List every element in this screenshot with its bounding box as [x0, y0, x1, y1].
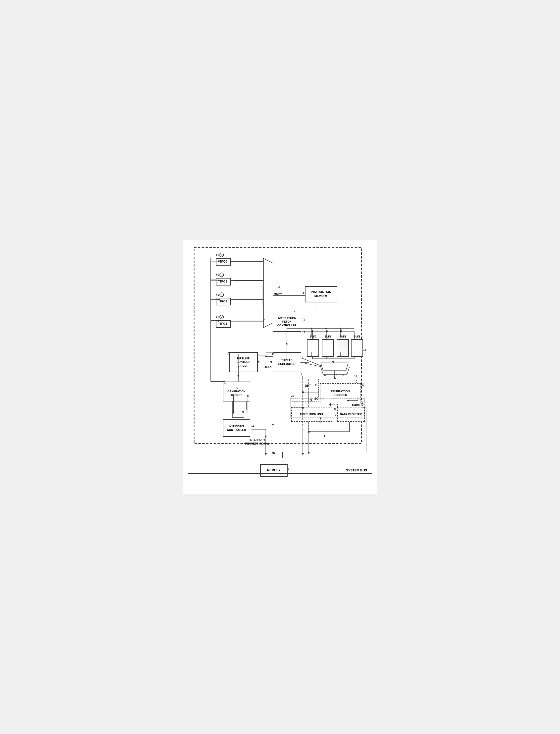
ref1: 1 [324, 434, 325, 438]
svg-marker-36 [334, 378, 336, 380]
ref19: 19 [301, 356, 303, 358]
svg-marker-163 [302, 453, 304, 456]
buf2-container: BUF2 [337, 339, 349, 357]
memory-label: MEMORY [267, 469, 281, 473]
system-bus-line [188, 473, 372, 474]
svg-marker-53 [329, 404, 331, 406]
svg-marker-47 [308, 402, 310, 404]
tpc1-box: TPC1 [216, 278, 231, 285]
svg-marker-32 [333, 366, 335, 369]
svg-marker-43 [269, 361, 272, 363]
tpc2-counter: +1 ↺ [216, 292, 224, 297]
a-label: a [335, 409, 336, 412]
svg-marker-139 [232, 411, 234, 414]
buf1-container: BUF1 [322, 339, 334, 357]
svg-point-157 [302, 391, 304, 393]
tpc0-counter-circle: ↺ [219, 253, 224, 257]
instruction-decoder-box: INSTRUCTIONDECODER [320, 383, 361, 403]
svg-line-122 [300, 362, 323, 367]
buf1-label: BUF1 [322, 335, 334, 338]
tsel-0: 0 [324, 374, 326, 377]
svg-marker-121 [333, 377, 335, 379]
instruction-fetch-label: INSTRUCTIONFETCHCONTROLLER [277, 316, 296, 327]
tsel-3: 3 [342, 374, 344, 377]
svg-marker-75 [272, 423, 274, 425]
radd-label: Radd [352, 403, 360, 407]
tpc0-box: TPC0 [216, 258, 231, 265]
svg-marker-165 [273, 452, 275, 454]
page: TPC0 +1 ↺ TPC1 +1 ↺ TPC2 +1 ↺ TPC3 +1 ↺ [183, 240, 377, 494]
ref14: 14 [303, 331, 305, 334]
ref16: 16 [227, 352, 229, 355]
svg-point-108 [325, 327, 327, 329]
memory-box: MEMORY [260, 464, 288, 477]
ref10: 10 [362, 383, 364, 386]
pc-generation-label: PCGENERATIONCIRCUIT [227, 386, 246, 397]
instruction-fetch-box: INSTRUCTIONFETCHCONTROLLER [273, 312, 301, 332]
pc-generation-box: PCGENERATIONCIRCUIT [223, 382, 250, 402]
tpc2-box: TPC2 [216, 298, 231, 305]
svg-point-78 [308, 431, 310, 433]
tpc1-label: TPC1 [219, 280, 227, 284]
svg-marker-128 [237, 375, 239, 377]
pipeline-control-label: PIPELINECONTROLCIRCUIT [237, 357, 250, 368]
dpt-label: DPT [305, 384, 311, 388]
msk-label: MSK [265, 365, 272, 369]
ref2: 2 [288, 468, 290, 471]
tsel-1: 1 [330, 374, 332, 377]
svg-point-21 [340, 330, 342, 332]
svg-point-109 [340, 327, 341, 329]
ref22: 22 [291, 395, 294, 397]
mux-2: 2 [263, 297, 265, 300]
execution-unit-box: EXECUTION UNIT [291, 407, 332, 422]
svg-marker-146 [310, 399, 312, 402]
sc-label: SC [314, 397, 319, 401]
tpc1-counter-circle: ↺ [219, 272, 224, 277]
mux-1: 1 [263, 293, 265, 296]
b-label: b [335, 414, 336, 416]
interrupt-request-label: INTERRUPTREQUEST SIGNAL [245, 438, 270, 446]
ref11: 11 [252, 425, 254, 427]
ref13: 13 [278, 285, 280, 288]
data-register-label: DATA REGISTER [340, 413, 362, 416]
ref12: 12 [224, 382, 226, 384]
svg-point-20 [326, 330, 328, 332]
mux-0: 0 [263, 289, 265, 291]
buf3-container: BUF3 [351, 339, 363, 357]
svg-marker-126 [286, 342, 288, 344]
buf3-label: BUF3 [351, 335, 363, 338]
svg-marker-72 [281, 452, 283, 454]
diagram-container: TPC0 +1 ↺ TPC1 +1 ↺ TPC2 +1 ↺ TPC3 +1 ↺ [188, 245, 372, 489]
svg-point-107 [311, 327, 312, 329]
svg-marker-74 [272, 452, 274, 455]
pipeline-control-box: PIPELINECONTROLCIRCUIT [229, 352, 258, 372]
tpc1-counter: +1 ↺ [216, 272, 224, 277]
buf0-label: BUF0 [307, 335, 319, 338]
tpc2-label: TPC2 [219, 300, 227, 304]
tpc3-counter-circle: ↺ [219, 315, 224, 319]
ref21: 21 [315, 384, 318, 387]
svg-point-19 [311, 330, 313, 332]
tpc2-counter-circle: ↺ [219, 292, 224, 297]
instruction-memory-label: INSTRUCTIONMEMORY [311, 290, 331, 298]
system-bus-label: SYSTEM BUS [346, 469, 367, 472]
ref15: 15 [363, 348, 366, 351]
tpc0-label: TPC0 [219, 260, 227, 264]
mux-3: 3 [263, 301, 265, 304]
tpc3-box: TPC3 [216, 320, 231, 328]
svg-marker-118 [332, 361, 334, 363]
svg-line-96 [263, 319, 264, 321]
svg-marker-151 [329, 403, 331, 405]
tpc3-label: TPC3 [219, 322, 227, 326]
tsel-label: TSEL [321, 369, 329, 372]
svg-marker-168 [265, 435, 267, 437]
execution-unit-label: EXECUTION UNIT [300, 413, 323, 416]
svg-line-93 [263, 261, 264, 262]
buf0-container: BUF0 [307, 339, 319, 357]
svg-line-155 [301, 372, 303, 378]
svg-marker-70 [308, 452, 310, 455]
tsel-2: 2 [336, 374, 338, 377]
buf2-label: BUF2 [337, 335, 349, 338]
imadd-label: IMadd [274, 292, 283, 296]
ref18: 18 [354, 375, 357, 378]
